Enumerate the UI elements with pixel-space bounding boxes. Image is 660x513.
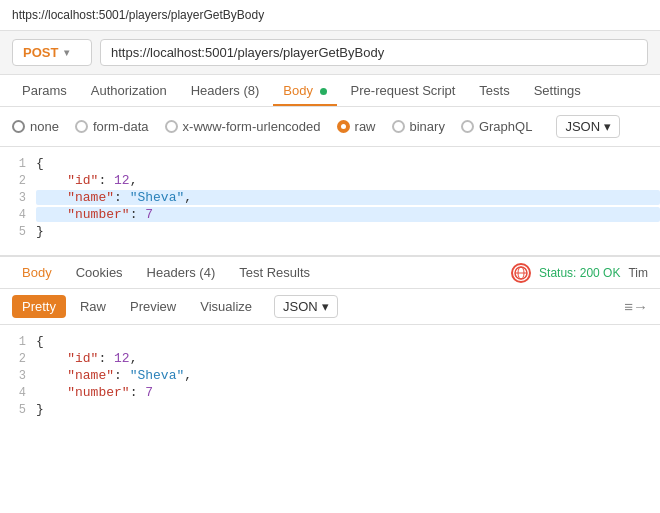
resp-line-4: 4 "number": 7 (0, 384, 660, 401)
response-tabs-row: Body Cookies Headers (4) Test Results St… (0, 257, 660, 289)
title-url: https://localhost:5001/players/playerGet… (12, 8, 264, 22)
tab-params[interactable]: Params (12, 75, 77, 106)
response-code-editor: 1 { 2 "id": 12, 3 "name": "Sheva", 4 "nu… (0, 325, 660, 426)
tab-authorization[interactable]: Authorization (81, 75, 177, 106)
request-code-editor[interactable]: 1 { 2 "id": 12, 3 "name": "Sheva", 4 "nu… (0, 147, 660, 257)
option-binary[interactable]: binary (392, 119, 445, 134)
title-bar: https://localhost:5001/players/playerGet… (0, 0, 660, 31)
response-tab-headers[interactable]: Headers (4) (137, 257, 226, 288)
radio-urlencoded (165, 120, 178, 133)
tab-tests[interactable]: Tests (469, 75, 519, 106)
option-graphql[interactable]: GraphQL (461, 119, 532, 134)
url-input[interactable] (100, 39, 648, 66)
format-btn-preview[interactable]: Preview (120, 295, 186, 318)
req-line-4: 4 "number": 7 (0, 206, 660, 223)
globe-icon (511, 263, 531, 283)
radio-none (12, 120, 25, 133)
req-line-1: 1 { (0, 155, 660, 172)
response-tab-test-results[interactable]: Test Results (229, 257, 320, 288)
format-btn-raw[interactable]: Raw (70, 295, 116, 318)
radio-raw (337, 120, 350, 133)
req-line-3: 3 "name": "Sheva", (0, 189, 660, 206)
option-none[interactable]: none (12, 119, 59, 134)
radio-binary (392, 120, 405, 133)
response-tab-cookies[interactable]: Cookies (66, 257, 133, 288)
radio-form-data (75, 120, 88, 133)
tab-pre-request[interactable]: Pre-request Script (341, 75, 466, 106)
response-json-dropdown[interactable]: JSON ▾ (274, 295, 338, 318)
body-options-row: none form-data x-www-form-urlencoded raw… (0, 107, 660, 147)
method-label: POST (23, 45, 58, 60)
response-tab-body[interactable]: Body (12, 257, 62, 288)
resp-line-3: 3 "name": "Sheva", (0, 367, 660, 384)
method-chevron: ▾ (64, 47, 69, 58)
method-select[interactable]: POST ▾ (12, 39, 92, 66)
option-urlencoded[interactable]: x-www-form-urlencoded (165, 119, 321, 134)
response-format-row: Pretty Raw Preview Visualize JSON ▾ ≡→ (0, 289, 660, 325)
resp-line-5: 5 } (0, 401, 660, 418)
req-line-2: 2 "id": 12, (0, 172, 660, 189)
resp-line-1: 1 { (0, 333, 660, 350)
tab-settings[interactable]: Settings (524, 75, 591, 106)
resp-line-2: 2 "id": 12, (0, 350, 660, 367)
body-tab-dot (320, 88, 327, 95)
format-btn-pretty[interactable]: Pretty (12, 295, 66, 318)
option-raw[interactable]: raw (337, 119, 376, 134)
filter-icon[interactable]: ≡→ (624, 298, 648, 315)
radio-graphql (461, 120, 474, 133)
request-bar: POST ▾ (0, 31, 660, 75)
tab-headers[interactable]: Headers (8) (181, 75, 270, 106)
req-line-5: 5 } (0, 223, 660, 240)
option-form-data[interactable]: form-data (75, 119, 149, 134)
format-btn-visualize[interactable]: Visualize (190, 295, 262, 318)
response-status-area: Status: 200 OK Tim (511, 263, 648, 283)
time-label: Tim (628, 266, 648, 280)
json-dropdown[interactable]: JSON ▾ (556, 115, 620, 138)
status-text: Status: 200 OK (539, 266, 620, 280)
tabs-row: Params Authorization Headers (8) Body Pr… (0, 75, 660, 107)
tab-body[interactable]: Body (273, 75, 336, 106)
